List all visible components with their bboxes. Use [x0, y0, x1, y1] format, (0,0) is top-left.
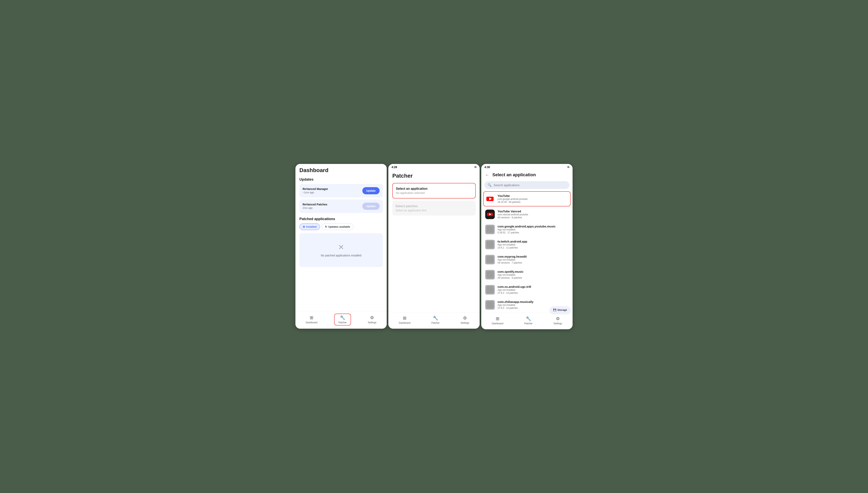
- spotify-app-details: com.spotify.music App not installed. All…: [497, 270, 569, 279]
- hexedit-icon-container: [485, 255, 495, 264]
- select-app-title: Select an application: [492, 172, 536, 177]
- ytvanced-package: com.vanced.android.youtube: [497, 213, 569, 216]
- select-app-card-title: Select an application: [396, 187, 472, 191]
- dashboard-icon-2: ⊞: [403, 316, 406, 321]
- storage-icon: 💾: [553, 308, 556, 312]
- ytmusic-gray-icon: [486, 226, 493, 233]
- grid-icon: ⊞: [303, 225, 305, 228]
- spotify-name: com.spotify.music: [497, 270, 569, 273]
- settings-icon-2: ⚙: [463, 316, 467, 321]
- select-app-time: 4:30: [484, 166, 490, 169]
- status-icons: G: [474, 166, 477, 169]
- storage-button[interactable]: 💾 Storage: [550, 306, 570, 314]
- dashboard-label-2: Dashboard: [399, 322, 410, 324]
- nav-settings-2[interactable]: ⚙ Settings: [457, 314, 473, 325]
- g-icon-2: G: [567, 166, 569, 169]
- dashboard-title: Dashboard: [299, 167, 383, 173]
- empty-patched-state: ✕ No patched applications installed: [299, 233, 383, 267]
- patcher-icon-3: 🔧: [526, 316, 531, 321]
- nav-dashboard-3[interactable]: ⊞ Dashboard: [488, 315, 507, 326]
- ytmusic-meta: 5.39.52 · 17 patches: [497, 231, 569, 234]
- update-app-time-2: 2mo ago: [302, 207, 327, 209]
- nav-dashboard-1[interactable]: ⊞ Dashboard: [302, 314, 321, 325]
- ytvanced-meta: All versions · 8 patches: [497, 216, 569, 219]
- musically-name: com.zhiliaoapp.musically: [497, 300, 569, 303]
- updates-section-title: Updates: [299, 177, 383, 181]
- patcher-icon-2: 🔧: [433, 316, 438, 321]
- musically-icon-container: [485, 300, 495, 309]
- youtube-meta: 18.15.40 · 60 patches: [497, 201, 569, 203]
- refresh-icon: ↻: [325, 225, 327, 228]
- no-apps-icon: ✕: [338, 243, 344, 252]
- dashboard-label-3: Dashboard: [492, 322, 504, 325]
- dashboard-icon-3: ⊞: [496, 316, 499, 321]
- app-item-ytmusic[interactable]: com.google.android.apps.youtube.music Ap…: [484, 222, 570, 237]
- settings-icon-3: ⚙: [556, 316, 560, 321]
- hexedit-package: App not installed.: [497, 258, 569, 261]
- dashboard-bottom-nav: ⊞ Dashboard 🔧 Patcher ⚙ Settings: [295, 312, 387, 329]
- patcher-title: Patcher: [392, 173, 476, 179]
- musically-gray-icon: [486, 301, 493, 308]
- ytvanced-icon: [486, 211, 493, 218]
- patcher-status-bar: 4:28 G: [388, 164, 480, 170]
- patcher-label-3: Patcher: [524, 322, 532, 325]
- nav-settings-3[interactable]: ⚙ Settings: [550, 315, 566, 326]
- app-item-twitch[interactable]: tv.twitch.android.app App not installed.…: [484, 237, 570, 252]
- twitch-package: App not installed.: [497, 243, 569, 246]
- app-item-spotify[interactable]: com.spotify.music App not installed. All…: [484, 267, 570, 282]
- nav-dashboard-2[interactable]: ⊞ Dashboard: [395, 314, 415, 325]
- dashboard-screen: Dashboard Updates ReVanced Manager ~1mo …: [295, 164, 387, 329]
- empty-patched-text: No patched applications installed: [321, 254, 362, 257]
- hexedit-app-details: com.myprog.hexedit App not installed. Al…: [497, 255, 569, 264]
- select-app-card-subtitle: No application selected: [396, 191, 472, 194]
- update-button-2[interactable]: Update: [362, 202, 380, 210]
- hexedit-gray-icon: [486, 256, 493, 263]
- nav-settings-1[interactable]: ⚙ Settings: [364, 314, 380, 325]
- storage-label: Storage: [557, 308, 567, 312]
- spotify-gray-icon: [486, 271, 493, 278]
- search-input[interactable]: [493, 184, 566, 187]
- twitch-app-details: tv.twitch.android.app App not installed.…: [497, 240, 569, 249]
- update-app-name-1: ReVanced Manager: [302, 187, 328, 191]
- trill-gray-icon: [486, 286, 493, 293]
- update-button-1[interactable]: Update: [362, 187, 380, 194]
- dashboard-nav-icon: ⊞: [310, 315, 313, 320]
- app-item-trill[interactable]: com.ss.android.ugc.trill App not install…: [484, 283, 570, 297]
- ytmusic-icon-container: [485, 225, 495, 234]
- musically-package: App not installed.: [497, 304, 569, 306]
- settings-nav-icon: ⚙: [370, 315, 374, 320]
- app-item-ytvanced[interactable]: YouTube Vanced com.vanced.android.youtub…: [484, 207, 570, 221]
- patched-tabs: ⊞ Installed ↻ Updates available: [299, 223, 383, 230]
- nav-patcher-1[interactable]: 🔧 Patcher: [334, 314, 351, 325]
- back-button[interactable]: ←: [484, 172, 490, 178]
- nav-patcher-2[interactable]: 🔧 Patcher: [427, 314, 444, 325]
- tab-updates-available[interactable]: ↻ Updates available: [322, 223, 354, 230]
- nav-patcher-3[interactable]: 🔧 Patcher: [521, 315, 536, 326]
- app-item-hexedit[interactable]: com.myprog.hexedit App not installed. Al…: [484, 253, 570, 267]
- update-card-revanced-patches: ReVanced Patches 2mo ago Update: [299, 199, 383, 213]
- ytmusic-name: com.google.android.apps.youtube.music: [497, 225, 569, 228]
- tab-installed[interactable]: ⊞ Installed: [299, 223, 320, 230]
- g-icon: G: [474, 166, 477, 169]
- app-item-youtube[interactable]: YouTube com.google.android.youtube 18.15…: [483, 191, 571, 207]
- ytvanced-name: YouTube Vanced: [497, 210, 569, 213]
- settings-label-3: Settings: [553, 322, 562, 325]
- dashboard-nav-label: Dashboard: [306, 321, 317, 324]
- trill-icon-container: [485, 285, 495, 295]
- update-app-name-2: ReVanced Patches: [302, 203, 327, 206]
- trill-app-details: com.ss.android.ugc.trill App not install…: [497, 285, 569, 294]
- select-patches-card-title: Select patches: [396, 205, 472, 208]
- youtube-name: YouTube: [497, 194, 569, 197]
- patcher-time: 4:28: [391, 166, 397, 169]
- twitch-meta: 14.6.1 · 11 patches: [497, 246, 569, 249]
- ytvanced-icon-container: [485, 210, 495, 219]
- trill-meta: 27.8.3 · 14 patches: [497, 292, 569, 294]
- spotify-package: App not installed.: [497, 274, 569, 276]
- app-list: YouTube com.google.android.youtube 18.15…: [481, 191, 573, 313]
- patcher-nav-icon: 🔧: [340, 315, 345, 320]
- twitch-icon-container: [485, 240, 495, 249]
- youtube-app-details: YouTube com.google.android.youtube 18.15…: [497, 194, 569, 203]
- select-app-card[interactable]: Select an application No application sel…: [392, 183, 476, 198]
- select-application-screen: 4:30 G ← Select an application 🔍: [481, 164, 573, 329]
- youtube-package: com.google.android.youtube: [497, 198, 569, 200]
